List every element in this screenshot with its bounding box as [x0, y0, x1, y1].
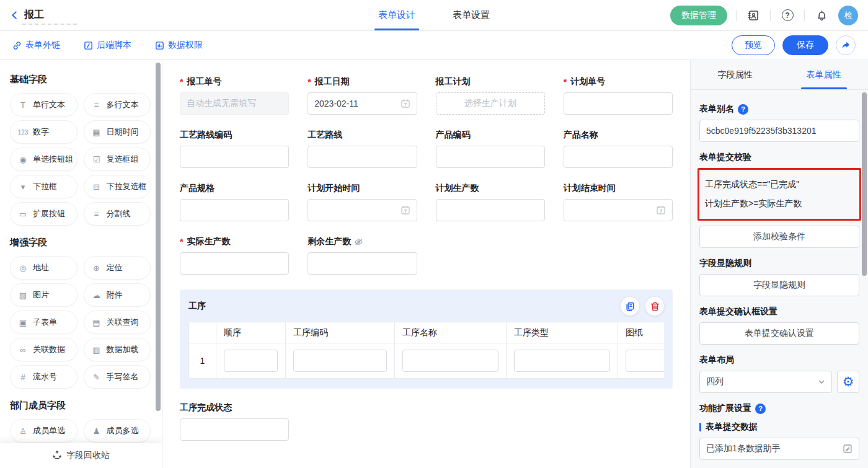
delete-button[interactable]: [645, 297, 664, 316]
route-input[interactable]: [308, 146, 417, 168]
palette-item-checkbox-group[interactable]: ☑复选框组: [84, 148, 151, 171]
help-icon[interactable]: ?: [738, 104, 748, 115]
notification-bell-icon[interactable]: [813, 7, 830, 24]
palette-item-serial-number[interactable]: #流水号: [10, 365, 78, 389]
cell-input-process-name[interactable]: [402, 350, 498, 372]
palette-item-radio-group[interactable]: ◉单选按钮组: [10, 148, 78, 171]
tab-form-settings[interactable]: 表单设置: [453, 0, 490, 30]
save-button[interactable]: 保存: [782, 35, 828, 55]
form-title: 报工: [24, 9, 44, 22]
route-code-input[interactable]: [180, 146, 289, 168]
submit-data-box[interactable]: 已添加1条数据助手: [699, 438, 859, 460]
palette-item-dropdown[interactable]: ▾下拉框: [10, 175, 78, 198]
report-number-input[interactable]: 自动生成无需填写: [180, 92, 289, 115]
group-title-basic: 基础字段: [10, 74, 151, 86]
column-header: 顺序: [216, 322, 286, 343]
palette-item-image[interactable]: ▨图片: [10, 283, 78, 307]
cell-input-process-code[interactable]: [293, 350, 387, 372]
copy-button[interactable]: [621, 297, 639, 316]
plan-number-input[interactable]: [564, 92, 673, 115]
data-permission-item[interactable]: 数据权限: [155, 40, 203, 51]
submit-confirm-button[interactable]: 表单提交确认设置: [699, 322, 859, 345]
cell-input-process-type[interactable]: [514, 350, 610, 372]
palette-item-multi-line-text[interactable]: ≡多行文本: [84, 93, 151, 117]
palette-item-divider[interactable]: ≡分割线: [84, 202, 151, 226]
link-chain-icon: ∞: [17, 345, 29, 355]
field-report-plan[interactable]: 报工计划 选择生产计划: [436, 76, 545, 115]
share-button[interactable]: [836, 35, 856, 55]
report-plan-picker[interactable]: 选择生产计划: [436, 92, 545, 115]
column-header: 工序类型: [507, 322, 618, 343]
layout-select[interactable]: 四列: [699, 371, 832, 393]
palette-item-linked-query[interactable]: ▤关联查询: [84, 311, 151, 334]
subform-table: 顺序 工序编码 工序名称 工序类型 图纸 1: [188, 322, 664, 379]
plan-qty-input[interactable]: [436, 199, 545, 221]
calendar-icon: [656, 205, 666, 215]
product-spec-input[interactable]: [180, 199, 289, 221]
field-process-status[interactable]: 工序完成状态: [180, 402, 289, 441]
palette-item-single-line-text[interactable]: T单行文本: [10, 93, 78, 117]
product-code-input[interactable]: [436, 146, 545, 168]
field-plan-start-time[interactable]: 计划开始时间: [308, 183, 417, 221]
help-icon[interactable]: ?: [755, 404, 766, 414]
field-product-code[interactable]: 产品编码: [436, 130, 545, 168]
display-rule-button[interactable]: 字段显隐规则: [699, 274, 859, 296]
plan-start-time-input[interactable]: [308, 199, 417, 221]
recycle-icon: [52, 450, 62, 462]
help-icon[interactable]: ?: [779, 7, 795, 24]
backend-script-item[interactable]: 后端脚本: [84, 40, 131, 51]
palette-item-attachment[interactable]: ☁附件: [84, 283, 151, 307]
add-validation-button[interactable]: 添加校验条件: [699, 226, 859, 248]
cell-input-drawing[interactable]: [626, 350, 664, 372]
palette-item-datetime[interactable]: ▦日期时间: [84, 120, 151, 144]
palette-item-subform[interactable]: ▣子表单: [10, 311, 78, 334]
contact-book-icon[interactable]: [745, 7, 761, 24]
field-route-code[interactable]: 工艺路线编码: [180, 130, 289, 168]
tab-field-properties[interactable]: 字段属性: [691, 60, 779, 89]
field-report-number[interactable]: *报工单号 自动生成无需填写: [180, 76, 289, 115]
tab-form-design[interactable]: 表单设计: [378, 0, 415, 30]
field-actual-qty[interactable]: *实际生产数: [180, 236, 289, 275]
edit-pencil-icon[interactable]: [843, 444, 852, 454]
form-alias-input[interactable]: 5cbc0e919f52235f3b313201: [699, 120, 859, 142]
data-manage-button[interactable]: 数据管理: [670, 6, 727, 25]
palette-item-linked-data[interactable]: ∞关联数据: [10, 338, 78, 361]
field-product-name[interactable]: 产品名称: [564, 130, 673, 168]
report-date-input[interactable]: 2023-02-11: [308, 92, 417, 115]
palette-item-dropdown-multi[interactable]: ⊟下拉复选框: [84, 175, 151, 198]
actual-qty-input[interactable]: [180, 252, 289, 275]
field-plan-number[interactable]: *计划单号: [564, 76, 673, 115]
field-remaining-qty[interactable]: 剩余生产数: [308, 236, 417, 275]
layout-settings-button[interactable]: ⚙: [837, 371, 859, 393]
subform-process[interactable]: 工序 顺序 工序编码 工序名称 工序类型: [180, 289, 673, 389]
palette-item-number[interactable]: 123数字: [10, 120, 78, 144]
field-report-date[interactable]: *报工日期 2023-02-11: [308, 76, 417, 115]
header-tabs: 表单设计 表单设置: [378, 0, 490, 30]
tab-form-properties[interactable]: 表单属性: [779, 60, 868, 89]
back-button[interactable]: 报工: [10, 9, 44, 22]
field-plan-end-time[interactable]: 计划结束时间: [564, 183, 673, 221]
user-avatar[interactable]: 检: [838, 6, 858, 25]
plan-end-time-input[interactable]: [564, 199, 673, 221]
preview-button[interactable]: 预览: [732, 35, 775, 55]
external-link-item[interactable]: 表单外链: [12, 40, 60, 51]
product-name-input[interactable]: [564, 146, 673, 168]
palette-item-member-multi[interactable]: ♟成员多选: [84, 419, 151, 443]
panel-scrollbar[interactable]: [862, 92, 867, 276]
field-recycle-bin[interactable]: 字段回收站: [0, 443, 162, 468]
palette-item-extend-button[interactable]: ▭扩展按钮: [10, 202, 78, 226]
single-line-text-icon: T: [17, 100, 29, 110]
field-route[interactable]: 工艺路线: [308, 130, 417, 168]
calendar-icon: [401, 99, 410, 108]
field-product-spec[interactable]: 产品规格: [180, 183, 289, 221]
remaining-qty-input[interactable]: [308, 252, 417, 275]
palette-item-locate[interactable]: ⊕定位: [84, 256, 151, 280]
sidebar-scrollbar[interactable]: [156, 63, 161, 411]
palette-item-member-single[interactable]: ♙成员单选: [10, 419, 78, 443]
cell-input-order[interactable]: [224, 350, 278, 372]
palette-item-signature[interactable]: ✎手写签名: [84, 365, 151, 389]
palette-item-data-load[interactable]: ▥数据加载: [84, 338, 151, 361]
palette-item-address[interactable]: ◎地址: [10, 256, 78, 280]
process-status-input[interactable]: [180, 418, 289, 441]
field-plan-qty[interactable]: 计划生产数: [436, 183, 545, 221]
